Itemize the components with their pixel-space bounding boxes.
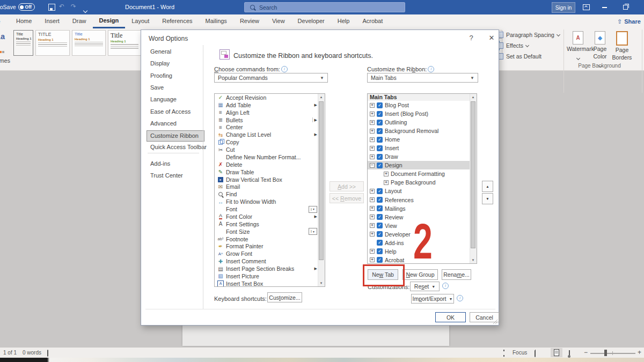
checkbox-checked-icon[interactable]: ✓ — [377, 188, 383, 194]
effects-button[interactable]: Effects — [497, 40, 529, 51]
print-layout-icon[interactable] — [551, 348, 562, 357]
expand-icon[interactable]: + — [370, 249, 375, 254]
save-icon[interactable] — [48, 4, 55, 11]
move-down-button[interactable]: ▼ — [482, 193, 493, 204]
tab-draw[interactable]: Draw — [66, 14, 93, 28]
sidebar-item-language[interactable]: Language — [148, 94, 203, 105]
expand-icon[interactable]: + — [370, 112, 375, 116]
expand-icon[interactable]: + — [370, 120, 375, 125]
choose-commands-dropdown[interactable]: Popular Commands▼ — [214, 73, 328, 83]
tab-insert[interactable]: Insert — [38, 14, 66, 28]
checkbox-checked-icon[interactable]: ✓ — [377, 205, 383, 211]
ribbon-tab-node-draw[interactable]: +✓Draw — [368, 152, 477, 161]
info-icon[interactable]: i — [281, 66, 288, 72]
checkbox-checked-icon[interactable]: ✓ — [377, 111, 383, 117]
scroll-up-icon[interactable]: ▲ — [470, 94, 476, 100]
page-borders-button[interactable]: PageBorders — [611, 28, 633, 67]
customize-keyboard-button[interactable]: Customize... — [267, 292, 302, 302]
search-input[interactable]: Search — [244, 2, 405, 12]
command-item-delete[interactable]: ✗Delete — [215, 161, 325, 168]
ribbon-tab-node-references[interactable]: +✓References — [368, 196, 477, 204]
zoom-in-icon[interactable]: + — [638, 349, 641, 356]
command-item-bullets[interactable]: ≣Bullets▶ — [215, 116, 325, 124]
sidebar-item-general[interactable]: General — [148, 47, 203, 57]
command-item-insert-picture[interactable]: ▧Insert Picture — [215, 272, 325, 280]
tab-acrobat[interactable]: Acrobat — [356, 14, 389, 28]
expand-icon[interactable]: + — [370, 154, 375, 159]
read-mode-icon[interactable] — [535, 351, 536, 357]
command-item-font-settings[interactable]: AFont Settings — [215, 220, 325, 228]
tab-references[interactable]: References — [156, 14, 199, 28]
scroll-up-icon[interactable]: ▲ — [318, 94, 324, 100]
ribbon-tab-node-mailings[interactable]: +✓Mailings — [368, 204, 477, 213]
focus-icon[interactable] — [503, 350, 504, 356]
minimize-icon[interactable] — [602, 7, 607, 8]
info-icon[interactable]: i — [428, 66, 434, 72]
undo-icon[interactable]: ↶ — [59, 3, 64, 10]
ribbon-tab-node-blog-post[interactable]: +✓Blog Post — [368, 101, 477, 109]
checkbox-checked-icon[interactable]: ✓ — [377, 223, 383, 228]
sidebar-item-proofing[interactable]: Proofing — [148, 71, 203, 81]
main-tabs-scrollbar[interactable]: ▲ ▼ — [470, 94, 477, 263]
checkbox-checked-icon[interactable]: ✓ — [377, 137, 383, 143]
ok-button[interactable]: OK — [435, 312, 466, 322]
tab-help[interactable]: Help — [331, 14, 356, 28]
ribbon-tab-node-home[interactable]: +✓Home — [368, 135, 477, 144]
watermark-button[interactable]: AWatermark — [567, 28, 589, 67]
expand-icon[interactable]: + — [370, 232, 375, 237]
zoom-slider-track[interactable] — [590, 353, 635, 354]
command-item-cut[interactable]: ✂Cut — [215, 146, 325, 153]
remove-button[interactable]: << Remove — [330, 193, 364, 203]
command-item-insert-page-section-breaks[interactable]: ▤Insert Page Section Breaks▶ — [215, 265, 325, 272]
command-item-insert-text-box[interactable]: AInsert Text Box — [215, 280, 325, 287]
help-icon[interactable]: ? — [466, 34, 476, 42]
word-count[interactable]: 0 words — [23, 350, 41, 356]
add-button[interactable]: Add >> — [330, 181, 364, 191]
sidebar-item-add-ins[interactable]: Add-ins — [148, 159, 203, 169]
cancel-button[interactable]: Cancel — [470, 312, 499, 322]
command-item-grow-font[interactable]: A^Grow Font — [215, 250, 325, 257]
sidebar-item-trust-center[interactable]: Trust Center — [148, 171, 203, 181]
checkbox-checked-icon[interactable]: ✓ — [377, 145, 383, 151]
command-item-copy[interactable]: Copy — [215, 138, 325, 146]
checkbox-checked-icon[interactable]: ✓ — [377, 214, 383, 220]
tab-home[interactable]: Home — [10, 14, 38, 28]
command-item-align-left[interactable]: ≡Align Left — [215, 109, 325, 116]
close-icon[interactable]: ✕ — [487, 34, 496, 42]
sidebar-item-advanced[interactable]: Advanced — [148, 119, 203, 129]
command-item-format-painter[interactable]: ✒Format Painter — [215, 243, 325, 250]
tab-review[interactable]: Review — [233, 14, 266, 28]
command-item-footnote[interactable]: ab¹Footnote — [215, 235, 325, 243]
checkbox-checked-icon[interactable]: ✓ — [377, 240, 383, 246]
proofing-icon[interactable] — [47, 350, 48, 356]
checkbox-checked-icon[interactable]: ✓ — [377, 231, 383, 237]
redo-icon[interactable]: ↷ — [71, 3, 76, 10]
sign-in-button[interactable]: Sign in — [552, 2, 575, 13]
expand-icon[interactable]: + — [370, 103, 375, 108]
checkbox-checked-icon[interactable]: ✓ — [377, 197, 383, 203]
ribbon-tab-node-document-formatting[interactable]: +Document Formatting — [368, 169, 477, 178]
sidebar-item-quick-access-toolbar[interactable]: Quick Access Toolbar — [148, 142, 203, 152]
scrollbar-thumb[interactable] — [471, 101, 475, 248]
tab-mailings[interactable]: Mailings — [199, 14, 233, 28]
expand-icon[interactable]: + — [370, 215, 375, 219]
checkbox-checked-icon[interactable]: ✓ — [377, 162, 383, 168]
page-indicator[interactable]: 1 of 1 — [3, 350, 17, 356]
style-card-title-c07c30[interactable]: TITLEHeading 1 — [35, 30, 70, 56]
reset-button[interactable]: Reset▼ — [410, 282, 440, 291]
command-item-add-table[interactable]: ▦Add Table▶ — [215, 101, 325, 109]
ribbon-display-options-icon[interactable] — [583, 4, 590, 10]
command-item-email[interactable]: ✉Email — [215, 183, 325, 191]
new-group-button[interactable]: New Group — [402, 269, 438, 280]
checkbox-checked-icon[interactable]: ✓ — [377, 128, 383, 134]
expand-icon[interactable]: + — [370, 137, 375, 142]
autosave-toggle[interactable]: Off — [18, 3, 35, 11]
ribbon-tab-node-outlining[interactable]: +✓Outlining — [368, 118, 477, 127]
expand-icon[interactable]: + — [370, 189, 375, 194]
checkbox-checked-icon[interactable]: ✓ — [377, 154, 383, 160]
expand-icon[interactable]: + — [370, 197, 375, 202]
import-export-button[interactable]: Import/Export▼ — [411, 294, 454, 304]
command-item-font-color[interactable]: AFont Color▶ — [215, 213, 325, 220]
qat-customize-icon[interactable] — [84, 5, 87, 14]
expand-icon[interactable]: + — [384, 180, 389, 185]
